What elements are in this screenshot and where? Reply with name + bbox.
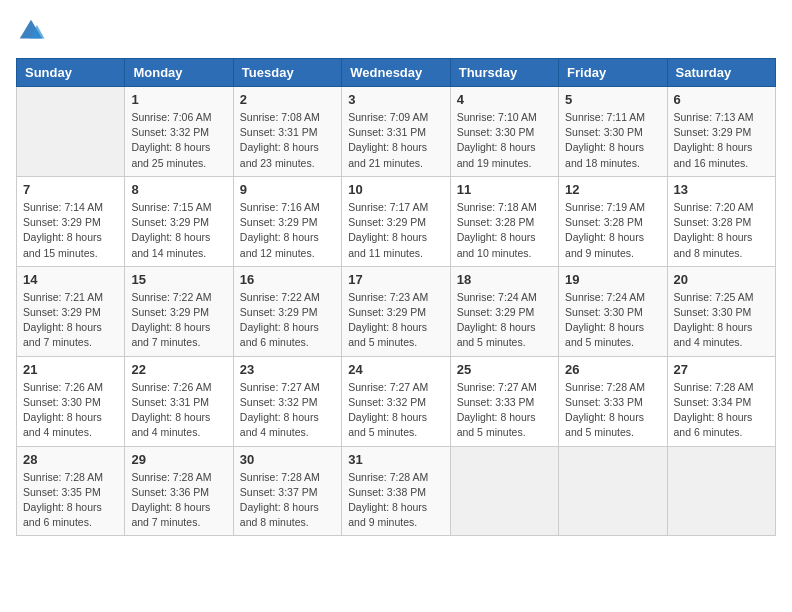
- calendar-day-25: 25Sunrise: 7:27 AM Sunset: 3:33 PM Dayli…: [450, 356, 558, 446]
- calendar-day-6: 6Sunrise: 7:13 AM Sunset: 3:29 PM Daylig…: [667, 87, 775, 177]
- day-number: 8: [131, 182, 226, 197]
- page-header: [16, 16, 776, 46]
- calendar-day-30: 30Sunrise: 7:28 AM Sunset: 3:37 PM Dayli…: [233, 446, 341, 536]
- day-number: 11: [457, 182, 552, 197]
- day-number: 5: [565, 92, 660, 107]
- calendar-day-11: 11Sunrise: 7:18 AM Sunset: 3:28 PM Dayli…: [450, 176, 558, 266]
- day-number: 9: [240, 182, 335, 197]
- calendar-day-20: 20Sunrise: 7:25 AM Sunset: 3:30 PM Dayli…: [667, 266, 775, 356]
- empty-day-cell: [667, 446, 775, 536]
- calendar-day-12: 12Sunrise: 7:19 AM Sunset: 3:28 PM Dayli…: [559, 176, 667, 266]
- day-info: Sunrise: 7:27 AM Sunset: 3:32 PM Dayligh…: [240, 380, 335, 441]
- calendar-day-29: 29Sunrise: 7:28 AM Sunset: 3:36 PM Dayli…: [125, 446, 233, 536]
- calendar-day-14: 14Sunrise: 7:21 AM Sunset: 3:29 PM Dayli…: [17, 266, 125, 356]
- day-info: Sunrise: 7:27 AM Sunset: 3:32 PM Dayligh…: [348, 380, 443, 441]
- calendar-day-18: 18Sunrise: 7:24 AM Sunset: 3:29 PM Dayli…: [450, 266, 558, 356]
- day-number: 28: [23, 452, 118, 467]
- calendar-day-21: 21Sunrise: 7:26 AM Sunset: 3:30 PM Dayli…: [17, 356, 125, 446]
- day-info: Sunrise: 7:25 AM Sunset: 3:30 PM Dayligh…: [674, 290, 769, 351]
- calendar-day-15: 15Sunrise: 7:22 AM Sunset: 3:29 PM Dayli…: [125, 266, 233, 356]
- day-number: 27: [674, 362, 769, 377]
- day-info: Sunrise: 7:21 AM Sunset: 3:29 PM Dayligh…: [23, 290, 118, 351]
- day-number: 7: [23, 182, 118, 197]
- logo-icon: [16, 16, 46, 46]
- day-info: Sunrise: 7:28 AM Sunset: 3:37 PM Dayligh…: [240, 470, 335, 531]
- header-day-wednesday: Wednesday: [342, 59, 450, 87]
- calendar-day-28: 28Sunrise: 7:28 AM Sunset: 3:35 PM Dayli…: [17, 446, 125, 536]
- day-info: Sunrise: 7:08 AM Sunset: 3:31 PM Dayligh…: [240, 110, 335, 171]
- header-day-monday: Monday: [125, 59, 233, 87]
- calendar-week-row: 28Sunrise: 7:28 AM Sunset: 3:35 PM Dayli…: [17, 446, 776, 536]
- header-day-friday: Friday: [559, 59, 667, 87]
- day-info: Sunrise: 7:27 AM Sunset: 3:33 PM Dayligh…: [457, 380, 552, 441]
- calendar-day-16: 16Sunrise: 7:22 AM Sunset: 3:29 PM Dayli…: [233, 266, 341, 356]
- day-number: 1: [131, 92, 226, 107]
- day-info: Sunrise: 7:20 AM Sunset: 3:28 PM Dayligh…: [674, 200, 769, 261]
- header-day-sunday: Sunday: [17, 59, 125, 87]
- calendar-day-5: 5Sunrise: 7:11 AM Sunset: 3:30 PM Daylig…: [559, 87, 667, 177]
- day-number: 16: [240, 272, 335, 287]
- day-number: 31: [348, 452, 443, 467]
- day-info: Sunrise: 7:17 AM Sunset: 3:29 PM Dayligh…: [348, 200, 443, 261]
- day-number: 22: [131, 362, 226, 377]
- day-number: 30: [240, 452, 335, 467]
- day-info: Sunrise: 7:18 AM Sunset: 3:28 PM Dayligh…: [457, 200, 552, 261]
- empty-day-cell: [17, 87, 125, 177]
- calendar-day-8: 8Sunrise: 7:15 AM Sunset: 3:29 PM Daylig…: [125, 176, 233, 266]
- logo: [16, 16, 50, 46]
- calendar-day-19: 19Sunrise: 7:24 AM Sunset: 3:30 PM Dayli…: [559, 266, 667, 356]
- calendar-day-31: 31Sunrise: 7:28 AM Sunset: 3:38 PM Dayli…: [342, 446, 450, 536]
- day-info: Sunrise: 7:16 AM Sunset: 3:29 PM Dayligh…: [240, 200, 335, 261]
- day-number: 10: [348, 182, 443, 197]
- day-number: 24: [348, 362, 443, 377]
- day-info: Sunrise: 7:14 AM Sunset: 3:29 PM Dayligh…: [23, 200, 118, 261]
- day-info: Sunrise: 7:24 AM Sunset: 3:29 PM Dayligh…: [457, 290, 552, 351]
- calendar-day-10: 10Sunrise: 7:17 AM Sunset: 3:29 PM Dayli…: [342, 176, 450, 266]
- day-info: Sunrise: 7:09 AM Sunset: 3:31 PM Dayligh…: [348, 110, 443, 171]
- calendar-day-26: 26Sunrise: 7:28 AM Sunset: 3:33 PM Dayli…: [559, 356, 667, 446]
- day-number: 29: [131, 452, 226, 467]
- calendar-day-22: 22Sunrise: 7:26 AM Sunset: 3:31 PM Dayli…: [125, 356, 233, 446]
- calendar-day-13: 13Sunrise: 7:20 AM Sunset: 3:28 PM Dayli…: [667, 176, 775, 266]
- day-info: Sunrise: 7:22 AM Sunset: 3:29 PM Dayligh…: [131, 290, 226, 351]
- calendar-day-17: 17Sunrise: 7:23 AM Sunset: 3:29 PM Dayli…: [342, 266, 450, 356]
- calendar-week-row: 14Sunrise: 7:21 AM Sunset: 3:29 PM Dayli…: [17, 266, 776, 356]
- header-day-saturday: Saturday: [667, 59, 775, 87]
- calendar-day-2: 2Sunrise: 7:08 AM Sunset: 3:31 PM Daylig…: [233, 87, 341, 177]
- day-info: Sunrise: 7:19 AM Sunset: 3:28 PM Dayligh…: [565, 200, 660, 261]
- calendar-day-4: 4Sunrise: 7:10 AM Sunset: 3:30 PM Daylig…: [450, 87, 558, 177]
- day-info: Sunrise: 7:10 AM Sunset: 3:30 PM Dayligh…: [457, 110, 552, 171]
- day-info: Sunrise: 7:24 AM Sunset: 3:30 PM Dayligh…: [565, 290, 660, 351]
- day-number: 13: [674, 182, 769, 197]
- calendar-week-row: 21Sunrise: 7:26 AM Sunset: 3:30 PM Dayli…: [17, 356, 776, 446]
- day-info: Sunrise: 7:23 AM Sunset: 3:29 PM Dayligh…: [348, 290, 443, 351]
- day-number: 4: [457, 92, 552, 107]
- calendar-week-row: 7Sunrise: 7:14 AM Sunset: 3:29 PM Daylig…: [17, 176, 776, 266]
- day-info: Sunrise: 7:22 AM Sunset: 3:29 PM Dayligh…: [240, 290, 335, 351]
- day-number: 19: [565, 272, 660, 287]
- calendar-day-3: 3Sunrise: 7:09 AM Sunset: 3:31 PM Daylig…: [342, 87, 450, 177]
- day-info: Sunrise: 7:15 AM Sunset: 3:29 PM Dayligh…: [131, 200, 226, 261]
- day-info: Sunrise: 7:28 AM Sunset: 3:34 PM Dayligh…: [674, 380, 769, 441]
- day-number: 25: [457, 362, 552, 377]
- day-info: Sunrise: 7:26 AM Sunset: 3:31 PM Dayligh…: [131, 380, 226, 441]
- day-number: 23: [240, 362, 335, 377]
- day-number: 18: [457, 272, 552, 287]
- day-info: Sunrise: 7:28 AM Sunset: 3:38 PM Dayligh…: [348, 470, 443, 531]
- day-info: Sunrise: 7:11 AM Sunset: 3:30 PM Dayligh…: [565, 110, 660, 171]
- day-number: 3: [348, 92, 443, 107]
- day-number: 6: [674, 92, 769, 107]
- day-info: Sunrise: 7:06 AM Sunset: 3:32 PM Dayligh…: [131, 110, 226, 171]
- calendar-day-27: 27Sunrise: 7:28 AM Sunset: 3:34 PM Dayli…: [667, 356, 775, 446]
- header-day-thursday: Thursday: [450, 59, 558, 87]
- day-info: Sunrise: 7:28 AM Sunset: 3:36 PM Dayligh…: [131, 470, 226, 531]
- calendar-day-24: 24Sunrise: 7:27 AM Sunset: 3:32 PM Dayli…: [342, 356, 450, 446]
- day-info: Sunrise: 7:26 AM Sunset: 3:30 PM Dayligh…: [23, 380, 118, 441]
- calendar-day-9: 9Sunrise: 7:16 AM Sunset: 3:29 PM Daylig…: [233, 176, 341, 266]
- day-info: Sunrise: 7:28 AM Sunset: 3:33 PM Dayligh…: [565, 380, 660, 441]
- calendar-week-row: 1Sunrise: 7:06 AM Sunset: 3:32 PM Daylig…: [17, 87, 776, 177]
- empty-day-cell: [450, 446, 558, 536]
- calendar-day-7: 7Sunrise: 7:14 AM Sunset: 3:29 PM Daylig…: [17, 176, 125, 266]
- day-number: 17: [348, 272, 443, 287]
- day-number: 26: [565, 362, 660, 377]
